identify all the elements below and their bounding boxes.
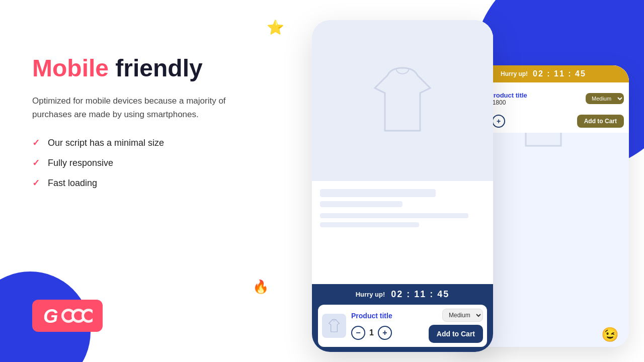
headline-mobile: Mobile [32, 55, 109, 81]
main-product-info: Product title − 1 + [351, 312, 424, 340]
main-product-text [312, 181, 493, 284]
headline-friendly: friendly [109, 55, 203, 81]
back-product-name: Product title [489, 92, 527, 99]
main-size-select[interactable]: Medium [442, 309, 483, 322]
feature-text-3: Fast loading [48, 178, 97, 189]
logo-svg: G [42, 306, 93, 326]
feature-text-2: Fully responsive [48, 158, 113, 168]
check-icon-2: ✓ [32, 157, 40, 168]
feature-text-1: Our script has a minimal size [48, 138, 164, 148]
main-headline: Mobile friendly [32, 55, 274, 82]
logo-wrapper: G [32, 300, 103, 332]
back-product-price: $1800 [489, 99, 527, 106]
fire-icon: 🔥 [253, 279, 269, 295]
phone-main-screen: Hurry up! 02 : 11 : 45 Product title [312, 20, 493, 352]
star-icon: ⭐ [267, 19, 284, 36]
logo-area: G [32, 300, 103, 332]
main-shirt-svg [362, 60, 443, 141]
left-content: Mobile friendly Optimized for mobile dev… [32, 55, 274, 189]
feature-item-3: ✓ Fast loading [32, 177, 274, 189]
main-qty-minus[interactable]: − [351, 326, 365, 340]
phones-area: Hurry up! 02 : 11 : 45 Product title $18… [252, 0, 644, 362]
wink-icon: 😉 [601, 326, 619, 343]
main-product-image [312, 20, 493, 181]
placeholder-desc [320, 213, 468, 218]
placeholder-desc2 [320, 222, 419, 227]
check-icon-3: ✓ [32, 177, 40, 189]
main-add-to-cart-button[interactable]: Add to Cart [429, 325, 483, 343]
main-product-row: Product title − 1 + Medium [318, 305, 487, 347]
main-hurry-bar: Hurry up! 02 : 11 : 45 [318, 289, 487, 300]
features-list: ✓ Our script has a minimal size ✓ Fully … [32, 137, 274, 189]
placeholder-subtitle [320, 201, 403, 207]
main-quantity-row: − 1 + [351, 326, 392, 340]
feature-item-1: ✓ Our script has a minimal size [32, 137, 274, 148]
back-size-select[interactable]: Medium [586, 93, 624, 104]
description-text: Optimized for mobile devices because a m… [32, 94, 244, 121]
main-sticky-bar: Hurry up! 02 : 11 : 45 Product title [312, 284, 493, 352]
main-timer: 02 : 11 : 45 [391, 289, 449, 300]
back-hurry-text: Hurry up! [501, 70, 528, 77]
main-product-thumb [322, 314, 346, 338]
placeholder-title [320, 189, 436, 197]
main-hurry-text: Hurry up! [356, 291, 385, 298]
svg-text:G: G [43, 306, 58, 326]
back-qty-plus[interactable]: + [492, 115, 505, 128]
back-product-info: Product title $1800 [489, 92, 527, 106]
back-timer: 02 : 11 : 45 [533, 69, 586, 78]
main-product-name: Product title [351, 312, 424, 320]
main-qty-value: 1 [369, 328, 374, 337]
back-add-to-cart-button[interactable]: Add to Cart [577, 115, 624, 128]
feature-item-2: ✓ Fully responsive [32, 157, 274, 168]
check-icon-1: ✓ [32, 137, 40, 148]
main-qty-plus[interactable]: + [378, 326, 392, 340]
phone-main: Hurry up! 02 : 11 : 45 Product title [312, 20, 493, 352]
main-thumb-shirt-icon [326, 318, 342, 334]
